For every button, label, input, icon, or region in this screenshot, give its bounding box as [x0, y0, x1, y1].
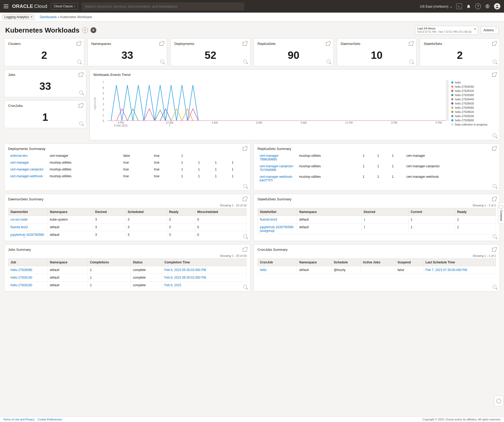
- row-link[interactable]: fluentd-test3: [260, 218, 277, 221]
- table-header[interactable]: Namespace: [48, 259, 88, 266]
- user-avatar-icon[interactable]: [494, 3, 500, 9]
- row-link[interactable]: 1: [364, 225, 366, 229]
- row-link[interactable]: Feb 6, 2023: [164, 283, 181, 287]
- actions-button[interactable]: Actions: [481, 27, 499, 34]
- table-header[interactable]: Schedule: [332, 259, 361, 266]
- region-selector[interactable]: US East (Ashburn) ⌄: [420, 4, 453, 8]
- search-icon[interactable]: [243, 60, 247, 63]
- search-icon[interactable]: [79, 122, 83, 125]
- table-header[interactable]: Desired: [93, 208, 125, 216]
- row-link[interactable]: hello-27928140: [10, 276, 32, 279]
- table-header[interactable]: DaemonSet: [8, 208, 48, 216]
- filter-icon[interactable]: ▼: [91, 27, 96, 33]
- time-range-selector[interactable]: Last 24 Hours Feb 6 07:51 PM - Feb 7 07:…: [415, 26, 478, 35]
- search-icon[interactable]: [160, 60, 164, 63]
- row-link[interactable]: cert-manager-webhook-b4cf77f7f: [260, 175, 293, 182]
- chart-area[interactable]: 9 PM 6 Feb 202312 AM 73 AM6 AM9 AM12 PM3…: [107, 80, 449, 127]
- search-icon[interactable]: [243, 235, 247, 238]
- info-icon[interactable]: i: [82, 27, 88, 33]
- search-icon[interactable]: [77, 60, 81, 63]
- legend-item[interactable]: hello-27928380: [451, 93, 496, 97]
- open-icon[interactable]: [79, 104, 82, 108]
- search-icon[interactable]: [493, 60, 496, 63]
- row-link[interactable]: Feb 7, 2023 07:30:00.000 PM: [426, 268, 467, 272]
- legend-item[interactable]: hello-27928620: [451, 110, 496, 113]
- search-icon[interactable]: [410, 60, 413, 63]
- help-icon[interactable]: ?: [475, 3, 481, 9]
- table-header[interactable]: Ready: [455, 208, 496, 216]
- table-header[interactable]: Suspend: [395, 259, 423, 266]
- search-icon[interactable]: [493, 134, 496, 137]
- breadcrumb-root[interactable]: Dashboards: [40, 15, 57, 19]
- table-header[interactable]: Desired: [361, 208, 408, 216]
- row-link[interactable]: csi-oci-node: [10, 218, 28, 221]
- row-link[interactable]: external-dns: [10, 154, 28, 158]
- table-header[interactable]: Last Schedule Time: [423, 259, 496, 266]
- table-header[interactable]: CronJob: [258, 259, 297, 266]
- table-header[interactable]: Status: [131, 259, 162, 266]
- search-input[interactable]: [82, 2, 244, 11]
- open-icon[interactable]: [77, 42, 80, 46]
- table-header[interactable]: Namespace: [297, 208, 362, 216]
- legend-item[interactable]: hello-27928260: [451, 85, 496, 88]
- open-icon[interactable]: [409, 42, 413, 46]
- open-icon[interactable]: [243, 197, 246, 201]
- legend-item[interactable]: hello-27928560: [451, 106, 496, 109]
- row-link[interactable]: hello-27928200: [10, 283, 32, 287]
- open-icon[interactable]: [492, 248, 496, 252]
- table-header[interactable]: Namespace: [297, 259, 332, 266]
- row-link[interactable]: jupyterhub-1626750569-postgresql: [260, 225, 294, 233]
- row-link[interactable]: cert-manager-cainjector-7b744d56fb: [260, 164, 294, 172]
- legend-item[interactable]: hello-27928440: [451, 98, 496, 101]
- search-icon[interactable]: [243, 285, 247, 289]
- dev-tools-icon[interactable]: >_: [456, 3, 462, 9]
- notifications-icon[interactable]: [466, 3, 471, 9]
- service-selector[interactable]: Logging Analytics: [2, 14, 34, 20]
- compass-tab[interactable]: Compass: [498, 202, 504, 223]
- table-header[interactable]: Current: [408, 208, 455, 216]
- menu-icon[interactable]: [4, 4, 8, 8]
- row-link[interactable]: cert-manager-webhook: [10, 174, 43, 178]
- open-icon[interactable]: [160, 42, 163, 46]
- search-icon[interactable]: [79, 91, 83, 94]
- search-icon[interactable]: [243, 184, 247, 188]
- table-header[interactable]: Namespace: [48, 208, 93, 216]
- row-link[interactable]: 1: [364, 218, 366, 221]
- row-link[interactable]: cert-manager: [10, 161, 29, 164]
- row-link[interactable]: Feb 6, 2023 05:30:03.000 PM: [164, 268, 206, 272]
- open-icon[interactable]: [243, 42, 246, 46]
- legend-item[interactable]: hello-27928200: [451, 114, 496, 118]
- table-header[interactable]: StatefulSet: [258, 208, 297, 216]
- row-link[interactable]: hello-27928080: [10, 268, 32, 272]
- legend-item[interactable]: hello-27928320: [451, 89, 496, 92]
- search-icon[interactable]: [327, 60, 330, 63]
- globe-icon[interactable]: [485, 3, 490, 9]
- open-icon[interactable]: [492, 147, 496, 151]
- search-icon[interactable]: [493, 285, 496, 289]
- table-header[interactable]: Completion Time: [162, 259, 246, 266]
- open-icon[interactable]: [492, 197, 496, 201]
- table-header[interactable]: Completions: [88, 259, 131, 266]
- table-header[interactable]: Ready: [167, 208, 195, 216]
- table-header[interactable]: Misscheduled: [195, 208, 246, 216]
- cloud-classic-button[interactable]: Cloud Classic ›: [51, 3, 78, 9]
- legend-item[interactable]: hello-27928500: [451, 102, 496, 105]
- open-icon[interactable]: [243, 147, 246, 151]
- open-icon[interactable]: [492, 73, 496, 77]
- row-link[interactable]: jupyterhub-1626750569-image-puller: [10, 233, 45, 238]
- row-link[interactable]: Feb 6, 2023 06:30:02.000 PM: [164, 276, 206, 279]
- row-link[interactable]: fluentd-test3: [10, 225, 28, 229]
- row-link[interactable]: hello: [260, 268, 266, 272]
- search-icon[interactable]: [493, 235, 496, 238]
- table-header[interactable]: Job: [8, 259, 48, 266]
- open-icon[interactable]: [243, 248, 246, 252]
- row-link[interactable]: cert-manager-7998c69865: [260, 154, 279, 161]
- search-icon[interactable]: [493, 184, 496, 188]
- open-icon[interactable]: [326, 42, 330, 46]
- open-icon[interactable]: [79, 73, 82, 77]
- table-header[interactable]: Active Jobs: [361, 259, 396, 266]
- open-icon[interactable]: [492, 42, 496, 46]
- table-header[interactable]: Scheduled: [125, 208, 167, 216]
- row-link[interactable]: cert-manager-cainjector: [10, 168, 44, 171]
- legend-item[interactable]: hello-27928680: [451, 119, 496, 122]
